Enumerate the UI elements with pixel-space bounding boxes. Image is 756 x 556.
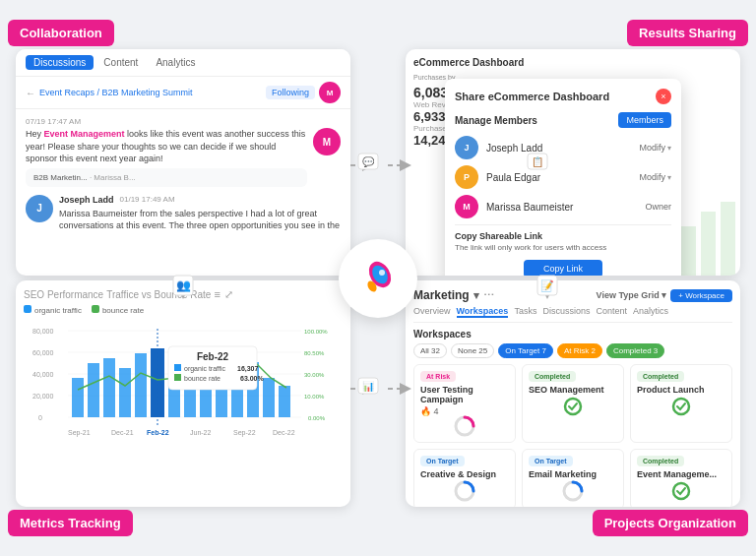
project-grid: At Risk User Testing Campaign 🔥 4 Comple…: [413, 364, 732, 507]
svg-rect-48: [151, 348, 164, 417]
svg-rect-69: [174, 374, 181, 381]
view-type-label[interactable]: View Type Grid ▾: [597, 290, 667, 300]
svg-rect-57: [279, 386, 290, 417]
svg-rect-45: [103, 358, 115, 417]
svg-point-74: [673, 399, 689, 414]
filter-on-target[interactable]: On Target 7: [498, 343, 553, 358]
svg-point-73: [565, 399, 581, 414]
project-status-1: At Risk: [420, 371, 456, 382]
project-status-3: Completed: [637, 371, 684, 382]
svg-text:Dec-22: Dec-22: [273, 429, 295, 436]
tab-discussions-br[interactable]: Discussions: [542, 306, 590, 318]
chart-expand-icon[interactable]: ⤢: [224, 288, 233, 301]
tab-content-br[interactable]: Content: [596, 306, 627, 318]
copy-link-button[interactable]: Copy Link: [524, 260, 602, 276]
chart-area: 80,000 60,000 40,000 20,000 0 100.00% 80…: [24, 319, 343, 447]
tr-title: eCommerce Dashboard: [413, 57, 732, 68]
svg-rect-47: [135, 353, 147, 417]
filter-at-risk[interactable]: At Risk 2: [557, 343, 602, 358]
message-2: J Joseph Ladd 01/19 17:49 AM Marissa Bau…: [26, 195, 341, 232]
workspace-add-button[interactable]: + Workspace: [670, 289, 732, 302]
br-title: Marketing ▾ ⋯ View Type Grid ▾ + Workspa…: [413, 288, 732, 302]
svg-text:Dec-21: Dec-21: [111, 429, 134, 436]
project-status-2: Completed: [529, 371, 576, 382]
members-button[interactable]: Members: [618, 112, 671, 128]
project-status-4: On Target: [420, 456, 465, 466]
msg1-highlight: Event Management: [44, 129, 125, 139]
svg-rect-26: [701, 212, 716, 276]
filter-none[interactable]: None 25: [451, 343, 494, 358]
chart-options-icon[interactable]: ≡: [214, 288, 220, 301]
center-logo: [339, 239, 417, 318]
share-modal-header: Share eCommerce Dashboard ×: [455, 89, 671, 104]
svg-rect-27: [721, 202, 735, 276]
results-sharing-label: Results Sharing: [627, 20, 748, 46]
bl-title: SEO Performance Traffice vs Bounce Rate …: [24, 288, 343, 301]
svg-text:Sep-21: Sep-21: [68, 429, 91, 437]
project-card-5: On Target Email Marketing: [522, 449, 624, 507]
svg-rect-43: [72, 378, 84, 417]
svg-text:Feb-22: Feb-22: [147, 429, 169, 436]
member1-avatar: J: [455, 136, 478, 159]
br-options-icon[interactable]: ⋯: [483, 289, 494, 302]
svg-text:Feb-22: Feb-22: [197, 351, 229, 362]
msg1-avatar: M: [313, 128, 341, 155]
svg-text:100.00%: 100.00%: [304, 329, 328, 335]
msg2-text: Marissa Baumeister from the sales perspe…: [59, 208, 341, 232]
share-modal-title: Share eCommerce Dashboard: [455, 91, 609, 102]
svg-text:30.00%: 30.00%: [304, 372, 325, 378]
project-name-5: Email Marketing: [529, 469, 617, 479]
member3-avatar: M: [455, 195, 478, 218]
collaboration-label: Collaboration: [8, 20, 114, 46]
svg-text:40,000: 40,000: [32, 371, 54, 378]
svg-rect-25: [681, 226, 696, 276]
projects-organization-label: Projects Organization: [593, 510, 748, 536]
metrics-tracking-panel: SEO Performance Traffice vs Bounce Rate …: [16, 280, 350, 507]
share-link-desc: The link will only work for users with a…: [455, 243, 671, 252]
project-card-2: Completed SEO Management: [522, 364, 624, 443]
tab-analytics[interactable]: Analytics: [148, 55, 203, 70]
following-button[interactable]: Following: [266, 86, 315, 99]
modal-close-button[interactable]: ×: [656, 89, 671, 104]
projects-organization-panel: Marketing ▾ ⋯ View Type Grid ▾ + Workspa…: [406, 280, 740, 507]
message-1: 07/19 17:47 AM Hey Event Management look…: [26, 117, 341, 187]
msg1-card: B2B Marketin... · Marissa B...: [26, 168, 307, 187]
collaboration-panel: Discussions Content Analytics ← Event Re…: [16, 49, 350, 276]
svg-text:💬: 💬: [362, 155, 375, 168]
tab-analytics-br[interactable]: Analytics: [633, 306, 668, 318]
share-link-section: Copy Shareable Link The link will only w…: [455, 224, 671, 252]
project-status-6: Completed: [637, 456, 684, 466]
metrics-tracking-label: Metrics Tracking: [8, 510, 133, 536]
project-name-1: User Testing Campaign: [420, 385, 509, 404]
svg-text:📊: 📊: [362, 380, 375, 393]
member2-avatar: P: [455, 165, 478, 189]
svg-text:80.50%: 80.50%: [304, 350, 325, 356]
filter-all[interactable]: All 32: [413, 343, 447, 358]
svg-text:63.00%: 63.00%: [240, 375, 265, 382]
tab-workspaces[interactable]: Workspaces: [457, 306, 509, 318]
member2-name: Paula Edgar: [486, 172, 631, 183]
tab-content[interactable]: Content: [95, 55, 146, 70]
bl-inner: SEO Performance Traffice vs Bounce Rate …: [16, 280, 350, 507]
svg-text:Jun-22: Jun-22: [190, 429, 212, 436]
share-link-title: Copy Shareable Link: [455, 231, 671, 241]
svg-text:16,307: 16,307: [237, 365, 259, 373]
member3-role: Owner: [645, 202, 671, 212]
svg-text:organic traffic: organic traffic: [184, 365, 225, 373]
svg-rect-20: [358, 378, 378, 394]
project-card-1: At Risk User Testing Campaign 🔥 4: [413, 364, 516, 443]
legend-bounce-dot: [92, 305, 99, 313]
tl-header: Discussions Content Analytics: [16, 49, 350, 77]
member3-name: Marissa Baumeister: [486, 202, 637, 213]
tl-messages: 07/19 17:47 AM Hey Event Management look…: [16, 109, 350, 248]
tab-discussions[interactable]: Discussions: [26, 55, 94, 70]
filter-completed[interactable]: Completed 3: [606, 343, 664, 358]
tab-tasks[interactable]: Tasks: [514, 306, 536, 318]
br-title-chevron[interactable]: ▾: [473, 289, 479, 302]
member2-role: Modify ▾: [639, 172, 671, 182]
tab-overview[interactable]: Overview: [413, 306, 451, 318]
svg-text:0: 0: [38, 414, 42, 421]
results-sharing-panel: eCommerce Dashboard Purchases by... 6,08…: [406, 49, 740, 276]
project-status-5: On Target: [529, 456, 573, 466]
member1-name: Joseph Ladd: [486, 143, 631, 154]
